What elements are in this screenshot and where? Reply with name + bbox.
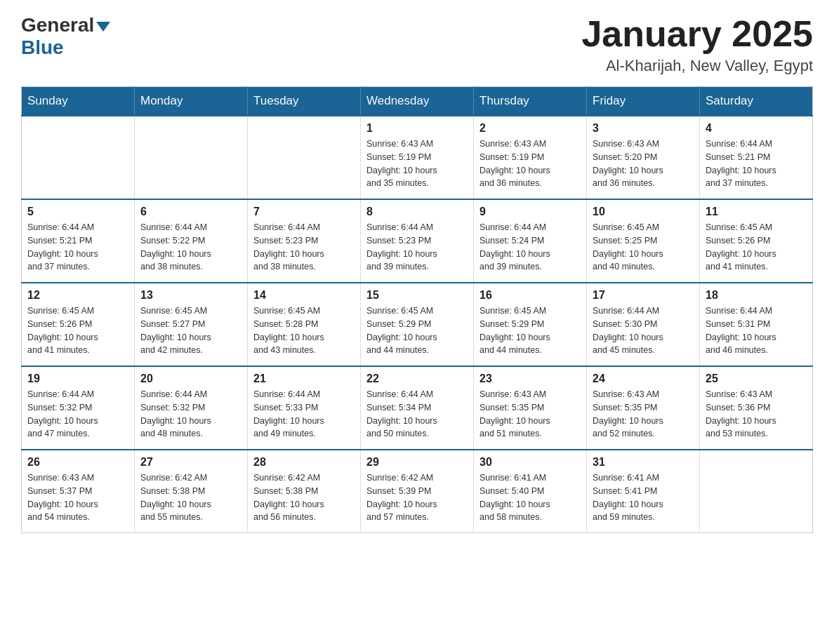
calendar-day-cell: 26Sunrise: 6:43 AM Sunset: 5:37 PM Dayli… bbox=[22, 450, 135, 533]
calendar-day-cell: 2Sunrise: 6:43 AM Sunset: 5:19 PM Daylig… bbox=[474, 116, 587, 199]
day-info: Sunrise: 6:43 AM Sunset: 5:19 PM Dayligh… bbox=[366, 137, 468, 190]
calendar-week-row: 26Sunrise: 6:43 AM Sunset: 5:37 PM Dayli… bbox=[22, 450, 813, 533]
day-info: Sunrise: 6:43 AM Sunset: 5:20 PM Dayligh… bbox=[593, 137, 694, 190]
calendar-day-cell: 5Sunrise: 6:44 AM Sunset: 5:21 PM Daylig… bbox=[22, 199, 135, 283]
day-number: 12 bbox=[27, 289, 128, 302]
day-info: Sunrise: 6:42 AM Sunset: 5:39 PM Dayligh… bbox=[366, 471, 468, 524]
day-of-week-header: Friday bbox=[587, 87, 700, 116]
day-number: 4 bbox=[706, 122, 807, 135]
calendar-day-cell: 8Sunrise: 6:44 AM Sunset: 5:23 PM Daylig… bbox=[361, 199, 474, 283]
calendar-day-cell: 30Sunrise: 6:41 AM Sunset: 5:40 PM Dayli… bbox=[474, 450, 587, 533]
day-info: Sunrise: 6:43 AM Sunset: 5:35 PM Dayligh… bbox=[593, 388, 694, 441]
day-number: 17 bbox=[593, 289, 694, 302]
day-info: Sunrise: 6:41 AM Sunset: 5:41 PM Dayligh… bbox=[593, 471, 694, 524]
calendar-day-cell bbox=[248, 116, 361, 199]
day-number: 24 bbox=[593, 373, 694, 385]
day-info: Sunrise: 6:45 AM Sunset: 5:25 PM Dayligh… bbox=[593, 221, 694, 274]
day-number: 6 bbox=[140, 206, 241, 218]
calendar-day-cell: 10Sunrise: 6:45 AM Sunset: 5:25 PM Dayli… bbox=[587, 199, 700, 283]
calendar-day-cell: 4Sunrise: 6:44 AM Sunset: 5:21 PM Daylig… bbox=[700, 116, 813, 199]
day-number: 26 bbox=[27, 456, 128, 469]
calendar-day-cell: 15Sunrise: 6:45 AM Sunset: 5:29 PM Dayli… bbox=[361, 283, 474, 366]
calendar-day-cell: 20Sunrise: 6:44 AM Sunset: 5:32 PM Dayli… bbox=[135, 366, 248, 450]
day-number: 14 bbox=[253, 289, 355, 302]
day-number: 19 bbox=[27, 373, 128, 385]
day-info: Sunrise: 6:43 AM Sunset: 5:19 PM Dayligh… bbox=[479, 137, 581, 190]
day-info: Sunrise: 6:43 AM Sunset: 5:37 PM Dayligh… bbox=[27, 471, 128, 524]
day-of-week-header: Tuesday bbox=[248, 87, 361, 116]
day-info: Sunrise: 6:44 AM Sunset: 5:32 PM Dayligh… bbox=[27, 388, 128, 441]
day-of-week-header: Thursday bbox=[474, 87, 587, 116]
day-number: 7 bbox=[253, 206, 355, 218]
calendar-day-cell: 12Sunrise: 6:45 AM Sunset: 5:26 PM Dayli… bbox=[22, 283, 135, 366]
day-number: 15 bbox=[366, 289, 468, 302]
calendar-week-row: 1Sunrise: 6:43 AM Sunset: 5:19 PM Daylig… bbox=[22, 116, 813, 199]
day-info: Sunrise: 6:44 AM Sunset: 5:21 PM Dayligh… bbox=[27, 221, 128, 274]
calendar-day-cell: 18Sunrise: 6:44 AM Sunset: 5:31 PM Dayli… bbox=[700, 283, 813, 366]
day-of-week-header: Monday bbox=[135, 87, 248, 116]
calendar-day-cell: 3Sunrise: 6:43 AM Sunset: 5:20 PM Daylig… bbox=[587, 116, 700, 199]
month-title: January 2025 bbox=[581, 14, 813, 54]
logo-blue-text: Blue bbox=[21, 36, 64, 59]
day-number: 16 bbox=[479, 289, 581, 302]
day-info: Sunrise: 6:43 AM Sunset: 5:36 PM Dayligh… bbox=[706, 388, 807, 441]
day-of-week-header: Sunday bbox=[22, 87, 135, 116]
location-text: Al-Kharijah, New Valley, Egypt bbox=[581, 57, 813, 75]
day-of-week-header: Wednesday bbox=[361, 87, 474, 116]
day-info: Sunrise: 6:44 AM Sunset: 5:33 PM Dayligh… bbox=[253, 388, 355, 441]
day-number: 21 bbox=[253, 373, 355, 385]
day-info: Sunrise: 6:44 AM Sunset: 5:23 PM Dayligh… bbox=[366, 221, 468, 274]
day-number: 22 bbox=[366, 373, 468, 385]
day-number: 31 bbox=[593, 456, 694, 469]
calendar-day-cell bbox=[135, 116, 248, 199]
day-number: 2 bbox=[479, 122, 581, 135]
calendar-day-cell: 31Sunrise: 6:41 AM Sunset: 5:41 PM Dayli… bbox=[587, 450, 700, 533]
day-info: Sunrise: 6:44 AM Sunset: 5:31 PM Dayligh… bbox=[706, 304, 807, 357]
calendar-week-row: 12Sunrise: 6:45 AM Sunset: 5:26 PM Dayli… bbox=[22, 283, 813, 366]
day-info: Sunrise: 6:41 AM Sunset: 5:40 PM Dayligh… bbox=[479, 471, 581, 524]
day-number: 28 bbox=[253, 456, 355, 469]
day-number: 1 bbox=[366, 122, 468, 135]
calendar-day-cell: 23Sunrise: 6:43 AM Sunset: 5:35 PM Dayli… bbox=[474, 366, 587, 450]
day-number: 11 bbox=[706, 206, 807, 218]
day-info: Sunrise: 6:42 AM Sunset: 5:38 PM Dayligh… bbox=[253, 471, 355, 524]
day-number: 30 bbox=[479, 456, 581, 469]
day-info: Sunrise: 6:45 AM Sunset: 5:27 PM Dayligh… bbox=[140, 304, 241, 357]
calendar-table: SundayMondayTuesdayWednesdayThursdayFrid… bbox=[21, 86, 813, 533]
calendar-day-cell: 24Sunrise: 6:43 AM Sunset: 5:35 PM Dayli… bbox=[587, 366, 700, 450]
day-number: 23 bbox=[479, 373, 581, 385]
day-number: 8 bbox=[366, 206, 468, 218]
day-number: 5 bbox=[27, 206, 128, 218]
calendar-day-cell: 6Sunrise: 6:44 AM Sunset: 5:22 PM Daylig… bbox=[135, 199, 248, 283]
day-info: Sunrise: 6:43 AM Sunset: 5:35 PM Dayligh… bbox=[479, 388, 581, 441]
calendar-day-cell: 1Sunrise: 6:43 AM Sunset: 5:19 PM Daylig… bbox=[361, 116, 474, 199]
logo-arrow-icon bbox=[96, 22, 110, 32]
calendar-day-cell: 19Sunrise: 6:44 AM Sunset: 5:32 PM Dayli… bbox=[22, 366, 135, 450]
day-info: Sunrise: 6:45 AM Sunset: 5:29 PM Dayligh… bbox=[366, 304, 468, 357]
calendar-week-row: 5Sunrise: 6:44 AM Sunset: 5:21 PM Daylig… bbox=[22, 199, 813, 283]
day-number: 27 bbox=[140, 456, 241, 469]
day-info: Sunrise: 6:44 AM Sunset: 5:32 PM Dayligh… bbox=[140, 388, 241, 441]
day-number: 9 bbox=[479, 206, 581, 218]
day-info: Sunrise: 6:44 AM Sunset: 5:34 PM Dayligh… bbox=[366, 388, 468, 441]
logo: General Blue bbox=[21, 14, 112, 59]
calendar-day-cell bbox=[22, 116, 135, 199]
calendar-day-cell: 21Sunrise: 6:44 AM Sunset: 5:33 PM Dayli… bbox=[248, 366, 361, 450]
calendar-day-cell: 11Sunrise: 6:45 AM Sunset: 5:26 PM Dayli… bbox=[700, 199, 813, 283]
day-info: Sunrise: 6:45 AM Sunset: 5:29 PM Dayligh… bbox=[479, 304, 581, 357]
day-info: Sunrise: 6:44 AM Sunset: 5:21 PM Dayligh… bbox=[706, 137, 807, 190]
day-number: 20 bbox=[140, 373, 241, 385]
header-right: January 2025 Al-Kharijah, New Valley, Eg… bbox=[581, 14, 813, 75]
calendar-day-cell: 14Sunrise: 6:45 AM Sunset: 5:28 PM Dayli… bbox=[248, 283, 361, 366]
day-info: Sunrise: 6:45 AM Sunset: 5:26 PM Dayligh… bbox=[27, 304, 128, 357]
page-header: General Blue January 2025 Al-Kharijah, N… bbox=[21, 14, 813, 75]
day-number: 13 bbox=[140, 289, 241, 302]
calendar-day-cell bbox=[700, 450, 813, 533]
logo-general-text: General bbox=[21, 14, 94, 36]
calendar-day-cell: 17Sunrise: 6:44 AM Sunset: 5:30 PM Dayli… bbox=[587, 283, 700, 366]
calendar-day-cell: 16Sunrise: 6:45 AM Sunset: 5:29 PM Dayli… bbox=[474, 283, 587, 366]
calendar-day-cell: 27Sunrise: 6:42 AM Sunset: 5:38 PM Dayli… bbox=[135, 450, 248, 533]
day-number: 25 bbox=[706, 373, 807, 385]
day-info: Sunrise: 6:44 AM Sunset: 5:23 PM Dayligh… bbox=[253, 221, 355, 274]
day-number: 10 bbox=[593, 206, 694, 218]
